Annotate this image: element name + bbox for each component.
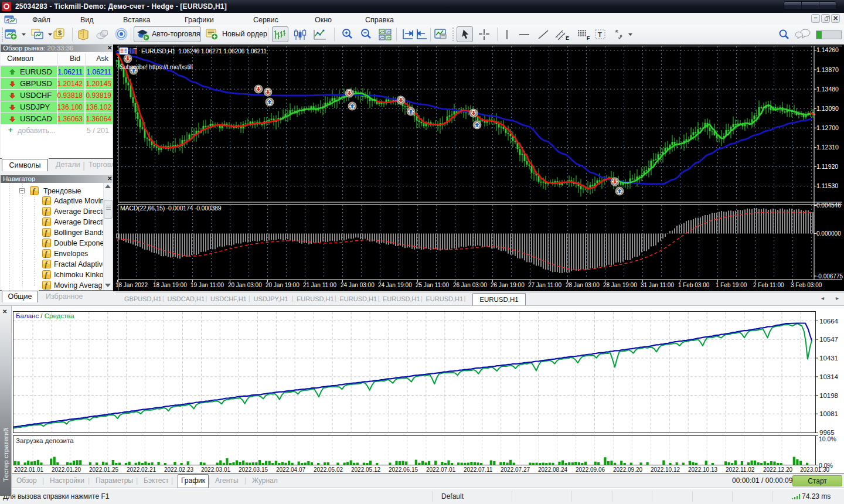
svg-text:Баланс / Средства: Баланс / Средства xyxy=(16,312,74,319)
svg-text:1.12700: 1.12700 xyxy=(816,124,839,131)
svg-text:0.000000: 0.000000 xyxy=(816,230,841,237)
svg-text:1.12310: 1.12310 xyxy=(816,144,839,151)
svg-text:2022.10.12: 2022.10.12 xyxy=(651,466,680,473)
svg-text:31 Jan 11:00: 31 Jan 11:00 xyxy=(641,282,675,288)
svg-text:10431: 10431 xyxy=(819,355,838,362)
svg-text:3 Feb 03:00: 3 Feb 03:00 xyxy=(791,282,822,288)
svg-text:2022.09.06: 2022.09.06 xyxy=(576,466,605,473)
svg-text:2022.09.20: 2022.09.20 xyxy=(613,466,642,473)
svg-text:2022.03.01: 2022.03.01 xyxy=(201,466,230,473)
svg-text:1.11920: 1.11920 xyxy=(816,163,838,170)
svg-text:10547: 10547 xyxy=(819,336,838,343)
svg-text:2022.05.12: 2022.05.12 xyxy=(351,466,380,473)
svg-text:1.11530: 1.11530 xyxy=(816,182,838,189)
svg-text:Subscribe! https://t.me/fxstil: Subscribe! https://t.me/fxstill xyxy=(120,63,193,70)
svg-text:2022.07.11: 2022.07.11 xyxy=(464,466,493,473)
svg-text:2 Feb 11:00: 2 Feb 11:00 xyxy=(753,282,784,288)
svg-text:2022.06.15: 2022.06.15 xyxy=(389,466,418,473)
svg-text:2022.10.13: 2022.10.13 xyxy=(688,466,717,473)
svg-text:2023.01.30: 2023.01.30 xyxy=(800,466,829,473)
svg-text:1 Feb 03:00: 1 Feb 03:00 xyxy=(678,282,710,288)
svg-text:2022.07.27: 2022.07.27 xyxy=(501,466,530,473)
svg-text:2022.05.02: 2022.05.02 xyxy=(314,466,343,473)
svg-text:-0.006775: -0.006775 xyxy=(816,273,843,280)
svg-text:Загрузка депозита: Загрузка депозита xyxy=(16,437,74,444)
svg-text:27 Jan 11:00: 27 Jan 11:00 xyxy=(528,282,562,288)
svg-text:28 Jan 03:00: 28 Jan 03:00 xyxy=(566,282,600,288)
svg-text:24 Jan 03:00: 24 Jan 03:00 xyxy=(341,282,375,288)
svg-text:2022.04.07: 2022.04.07 xyxy=(276,466,305,473)
svg-text:1.14260: 1.14260 xyxy=(816,46,839,53)
svg-text:18 Jan 19:00: 18 Jan 19:00 xyxy=(153,282,187,288)
svg-text:2022.07.01: 2022.07.01 xyxy=(426,466,455,473)
svg-text:10314: 10314 xyxy=(819,373,839,380)
svg-text:2022.02.21: 2022.02.21 xyxy=(127,466,156,473)
svg-text:20 Jan 03:00: 20 Jan 03:00 xyxy=(228,282,262,288)
svg-text:26 Jan 03:00: 26 Jan 03:00 xyxy=(453,282,487,288)
svg-text:1.13480: 1.13480 xyxy=(816,86,839,93)
svg-text:2022.02.23: 2022.02.23 xyxy=(164,466,193,473)
svg-text:10664: 10664 xyxy=(819,318,839,325)
svg-text:EURUSD,H1 1.06246 1.06271 1.0: EURUSD,H1 1.06246 1.06271 1.06206 1.0621… xyxy=(141,47,267,55)
svg-text:19 Jan 11:00: 19 Jan 11:00 xyxy=(190,282,224,288)
svg-text:2022.11.02: 2022.11.02 xyxy=(726,466,755,473)
svg-text:2022.01.25: 2022.01.25 xyxy=(89,466,118,473)
svg-text:2022.08.24: 2022.08.24 xyxy=(538,466,567,473)
svg-text:10.0%: 10.0% xyxy=(819,435,836,442)
svg-text:25 Jan 11:00: 25 Jan 11:00 xyxy=(416,282,450,288)
svg-text:2022.01.20: 2022.01.20 xyxy=(52,466,81,473)
svg-text:0.004546: 0.004546 xyxy=(816,202,841,209)
svg-text:20 Jan 19:00: 20 Jan 19:00 xyxy=(266,282,300,288)
svg-text:28 Jan 19:00: 28 Jan 19:00 xyxy=(603,282,637,288)
svg-text:21 Jan 11:00: 21 Jan 11:00 xyxy=(303,282,337,288)
svg-text:26 Jan 19:00: 26 Jan 19:00 xyxy=(491,282,525,288)
svg-text:1.13090: 1.13090 xyxy=(816,105,839,112)
svg-text:10198: 10198 xyxy=(819,392,838,399)
svg-text:24 Jan 19:00: 24 Jan 19:00 xyxy=(378,282,412,288)
svg-text:10081: 10081 xyxy=(819,410,838,417)
svg-text:MACD(22,66,15) -0.000174 -0.00: MACD(22,66,15) -0.000174 -0.000389 xyxy=(120,205,222,212)
svg-text:1 Feb 19:00: 1 Feb 19:00 xyxy=(716,282,747,288)
svg-text:2022.03.15: 2022.03.15 xyxy=(239,466,268,473)
svg-text:2022.01.01: 2022.01.01 xyxy=(14,466,43,473)
svg-text:1.13870: 1.13870 xyxy=(816,66,839,73)
svg-text:18 Jan 2022: 18 Jan 2022 xyxy=(115,282,148,288)
svg-text:2022.12.20: 2022.12.20 xyxy=(763,466,792,473)
